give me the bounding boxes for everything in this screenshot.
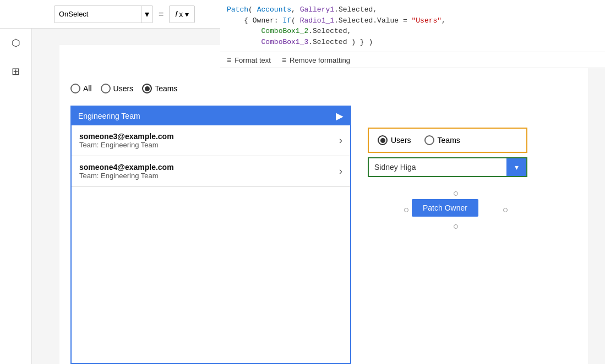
right-radio-users[interactable]: Users xyxy=(378,135,411,145)
remove-formatting-button[interactable]: ≡ Remove formatting xyxy=(282,56,350,64)
right-radio-users-outer xyxy=(378,135,388,145)
gallery-header: Engineering Team ▶ xyxy=(72,107,350,125)
radio-all[interactable]: All xyxy=(70,84,92,93)
radio-teams-label: Teams xyxy=(155,84,177,93)
format-text-icon: ≡ xyxy=(227,56,231,64)
combo-box-value: Sidney Higa xyxy=(369,163,506,172)
handle-left[interactable] xyxy=(404,208,408,212)
gallery-item-1-text: someone4@example.com Team: Engineering T… xyxy=(79,163,174,180)
patch-owner-container: Patch Owner xyxy=(406,194,505,227)
right-radio-users-label: Users xyxy=(391,136,411,145)
formula-toolbar: ≡ Format text ≡ Remove formatting xyxy=(220,52,605,68)
code-radio1: Radio1_1 xyxy=(300,16,334,25)
code-combo2: ComboBox1_3 xyxy=(261,38,308,46)
remove-formatting-label: Remove formatting xyxy=(290,56,350,64)
right-radio-teams[interactable]: Teams xyxy=(424,135,460,145)
radio-teams[interactable]: Teams xyxy=(142,84,177,93)
fx-label: x xyxy=(179,10,183,19)
canvas-area: All Users Teams Engineering Team ▶ some xyxy=(32,29,605,364)
property-dropdown[interactable]: OnSelect ▾ xyxy=(54,5,153,23)
right-radio-teams-outer xyxy=(424,135,434,145)
gallery-header-text: Engineering Team xyxy=(78,112,140,120)
radio-teams-outer xyxy=(142,84,152,93)
gallery-empty-space xyxy=(72,187,350,363)
formula-code: Patch( Accounts, Gallery1.Selected, { Ow… xyxy=(220,0,605,52)
left-sidebar: ☰ ⬡ ⊞ xyxy=(0,0,32,364)
right-radio-group: Users Teams xyxy=(368,128,527,153)
gallery-item-1-email: someone4@example.com xyxy=(79,163,174,172)
right-radio-teams-label: Teams xyxy=(438,136,460,145)
code-paren1: ( xyxy=(248,5,257,14)
format-text-button[interactable]: ≡ Format text xyxy=(227,56,271,64)
handle-right[interactable] xyxy=(503,208,508,212)
right-panel: Users Teams Sidney Higa ▾ xyxy=(368,128,527,177)
combo-box-arrow[interactable]: ▾ xyxy=(506,158,526,176)
main-radio-group: All Users Teams xyxy=(70,84,177,93)
combo-arrow-icon: ▾ xyxy=(515,163,519,172)
gallery-item-0-email: someone3@example.com xyxy=(79,132,174,141)
app-canvas: All Users Teams Engineering Team ▶ some xyxy=(59,45,588,364)
shapes-icon[interactable]: ⬡ xyxy=(7,34,25,52)
gallery-item-1-team: Team: Engineering Team xyxy=(79,172,174,180)
gallery-item-1[interactable]: someone4@example.com Team: Engineering T… xyxy=(72,156,350,187)
fx-italic: f xyxy=(175,10,177,19)
fx-button[interactable]: fx▾ xyxy=(169,5,195,23)
code-if: If xyxy=(282,16,291,25)
right-radio-users-inner xyxy=(380,138,385,143)
radio-all-outer xyxy=(70,84,80,93)
patch-owner-button[interactable]: Patch Owner xyxy=(412,199,478,217)
components-icon[interactable]: ⊞ xyxy=(7,63,25,80)
code-gallery1: Gallery1 xyxy=(300,5,334,14)
radio-users-label: Users xyxy=(113,84,134,93)
gallery-item-0[interactable]: someone3@example.com Team: Engineering T… xyxy=(72,125,350,156)
radio-teams-inner xyxy=(145,86,150,91)
gallery-list: Engineering Team ▶ someone3@example.com … xyxy=(70,106,351,364)
code-patch: Patch xyxy=(227,5,248,14)
format-text-label: Format text xyxy=(235,56,271,64)
combo-box[interactable]: Sidney Higa ▾ xyxy=(368,157,527,177)
radio-users[interactable]: Users xyxy=(101,84,134,93)
gallery-header-icon: ▶ xyxy=(336,110,344,122)
gallery-item-0-text: someone3@example.com Team: Engineering T… xyxy=(79,132,174,149)
radio-all-label: All xyxy=(83,84,92,93)
handle-top[interactable] xyxy=(454,191,458,196)
formula-panel: Patch( Accounts, Gallery1.Selected, { Ow… xyxy=(220,0,605,68)
radio-users-outer xyxy=(101,84,111,93)
equals-sign: = xyxy=(159,9,163,19)
gallery-item-0-team: Team: Engineering Team xyxy=(79,141,174,149)
gallery-item-0-chevron: › xyxy=(339,135,342,146)
code-accounts: Accounts xyxy=(257,5,291,14)
remove-formatting-icon: ≡ xyxy=(282,56,286,64)
code-combo1: ComboBox1_2 xyxy=(261,27,308,35)
property-dropdown-value: OnSelect xyxy=(54,10,141,18)
code-users-string: "Users" xyxy=(412,16,442,25)
property-dropdown-arrow[interactable]: ▾ xyxy=(141,6,152,23)
gallery-item-1-chevron: › xyxy=(339,166,342,177)
handle-bottom[interactable] xyxy=(454,224,458,229)
